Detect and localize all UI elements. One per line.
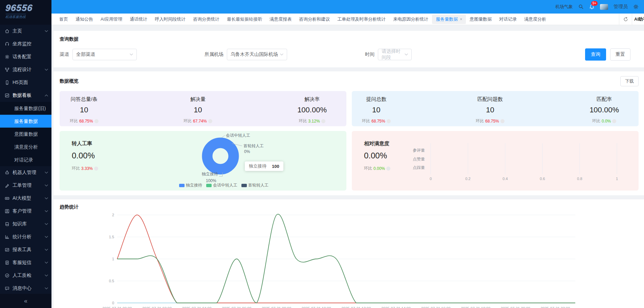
main-column: 机场气象 9+ 管理员 首页 通知公告 AI应用管理 通话统计 呼入时间段统计 …: [51, 0, 644, 308]
stat-qa-total: 问答总量/条 10 环比68.75%: [70, 96, 99, 122]
chevron-down-icon: [45, 197, 48, 199]
avatar[interactable]: [600, 4, 608, 10]
svg-text:2025-07-31 00:00: 2025-07-31 00:00: [103, 306, 132, 308]
svg-text:1.5: 1.5: [109, 235, 114, 239]
gear-icon: [5, 54, 9, 59]
mom-indicator-icon: [94, 119, 99, 123]
svg-text:点踩量: 点踩量: [413, 165, 425, 170]
svg-text:1: 1: [112, 257, 114, 261]
sidebar-item-message-center[interactable]: 消息中心: [0, 282, 51, 294]
legend-item[interactable]: 独立接待: [179, 182, 202, 188]
tab-call-reason[interactable]: 来电原因分析统计: [389, 15, 432, 24]
ai-assistant-button[interactable]: AI助手: [632, 14, 644, 25]
close-icon[interactable]: ×: [460, 17, 462, 22]
search-icon[interactable]: [578, 4, 584, 9]
mom-indicator-icon: [387, 119, 391, 123]
tab-call-stats[interactable]: 通话统计: [126, 15, 151, 24]
tab-ticket-timeliness[interactable]: 工单处理及时率分析统计: [334, 15, 389, 24]
query-title: 查询数据: [60, 36, 630, 42]
legend-item[interactable]: 会话中转人工: [206, 182, 237, 188]
tab-bar: 首页 通知公告 AI应用管理 通话统计 呼入时间段统计 咨询分类统计 最长最短振…: [51, 14, 644, 25]
airport-select[interactable]: 乌鲁木齐天山国际机场: [227, 49, 287, 60]
notifications-button[interactable]: 9+: [589, 4, 595, 9]
book-icon: [5, 222, 9, 226]
customer-icon: [5, 209, 9, 214]
legend-swatch: [206, 184, 212, 187]
sidebar-subitem-service-volume-old[interactable]: 服务量数据(旧): [0, 102, 51, 115]
sidebar-subitem-satisfaction-analysis[interactable]: 满意度分析: [0, 140, 51, 153]
svg-text:0.5: 0.5: [109, 279, 114, 283]
svg-text:独立接待: 独立接待: [201, 172, 218, 176]
legend-swatch: [179, 184, 185, 187]
weather-link[interactable]: 机场气象: [555, 4, 573, 10]
sidebar-collapse-button[interactable]: «: [0, 294, 51, 308]
settings-gear-icon[interactable]: [633, 4, 639, 9]
download-button[interactable]: 下载: [620, 76, 639, 86]
chevron-down-icon: [45, 30, 48, 32]
svg-text:2025-07-31 18:00: 2025-07-31 18:00: [461, 306, 490, 308]
sidebar-item-knowledge-base[interactable]: 知识库: [0, 218, 51, 230]
mom-indicator-icon: [612, 119, 616, 123]
tab-tools: AI助手: [619, 14, 644, 25]
tab-dialog-records[interactable]: 对话记录: [495, 15, 520, 24]
channel-label: 渠道: [60, 51, 69, 58]
sidebar-subitem-dialog-records[interactable]: 对话记录: [0, 153, 51, 166]
filter-row: 渠道 全部渠道 所属机场 乌鲁木齐天山国际机场 时间 请选择时间段 查询 重置: [60, 48, 630, 61]
flow-icon: [5, 67, 9, 72]
chevron-down-icon: [45, 274, 48, 277]
sidebar-subitem-service-volume[interactable]: 服务量数据: [0, 115, 51, 128]
tab-satisfaction-report[interactable]: 满意度报表: [266, 15, 295, 24]
tab-ai-app[interactable]: AI应用管理: [97, 15, 126, 24]
transfer-rate-card: 转人工率 0.00% 环比3.33% 会话中转人工首轮转人工0%独立接待100%…: [60, 131, 346, 191]
chevron-down-icon: [45, 249, 48, 251]
chevron-down-icon: [130, 53, 133, 56]
sidebar-item-ticket-mgmt[interactable]: 工单管理: [0, 179, 51, 192]
sidebar-item-flow-design[interactable]: 流程设计: [0, 63, 51, 76]
legend-item[interactable]: 首轮转人工: [241, 182, 269, 188]
sidebar-item-data-board[interactable]: 数据看板: [0, 89, 51, 102]
sidebar-subitem-intent-volume[interactable]: 意图量数据: [0, 128, 51, 140]
sidebar-item-ai-model[interactable]: AI大模型: [0, 192, 51, 205]
username[interactable]: 管理员: [614, 4, 628, 10]
sidebar-item-report-tools[interactable]: 报表工具: [0, 243, 51, 256]
svg-text:2025-07-31 14:00: 2025-07-31 14:00: [381, 306, 411, 308]
sidebar-item-call-config[interactable]: 话务配置: [0, 50, 51, 63]
match-stats-card: 提问总数 10 环比68.75% 匹配问题数 10 环比68.75% 匹配率 1…: [352, 91, 639, 126]
svg-text:2025-07-31 10:00: 2025-07-31 10:00: [302, 306, 331, 308]
refresh-icon[interactable]: [619, 14, 632, 25]
tab-consult-category[interactable]: 咨询分类统计: [189, 15, 223, 24]
sidebar-item-qc[interactable]: 人工质检: [0, 269, 51, 282]
svg-text:会话中转人工: 会话中转人工: [226, 133, 250, 138]
time-range-select[interactable]: 请选择时间段: [378, 49, 412, 60]
channel-select[interactable]: 全部渠道: [72, 49, 137, 60]
sidebar-item-home[interactable]: 主页: [0, 25, 51, 38]
sidebar-item-stats-analysis[interactable]: 统计分析: [0, 230, 51, 243]
tab-home[interactable]: 首页: [56, 15, 72, 24]
tab-satisfaction-analysis[interactable]: 满意度分析: [520, 15, 550, 24]
pen-icon: [5, 183, 9, 188]
tab-callin-period[interactable]: 呼入时间段统计: [151, 15, 189, 24]
sidebar-item-agent-monitor[interactable]: 坐席监控: [0, 38, 51, 50]
trend-line-chart: 00.511.522025-07-31 00:002025-07-31 02:0…: [102, 212, 583, 308]
legend-swatch: [241, 184, 247, 187]
tab-ring-answer[interactable]: 最长最短振铃接听: [223, 15, 266, 24]
tab-notice[interactable]: 通知公告: [72, 15, 97, 24]
svg-text:2025-07-31 22:00: 2025-07-31 22:00: [541, 306, 570, 308]
chevron-up-icon: [45, 94, 48, 96]
sidebar-submenu: 服务量数据(旧) 服务量数据 意图量数据 满意度分析 对话记录: [0, 102, 51, 166]
sidebar-item-h5-page[interactable]: H5页面: [0, 76, 51, 89]
chevron-down-icon: [45, 262, 48, 264]
tab-intent-volume[interactable]: 意图量数据: [466, 15, 495, 24]
chevron-down-icon: [45, 210, 48, 212]
chevron-down-icon: [45, 287, 48, 289]
tab-consult-advice[interactable]: 咨询分析和建议: [295, 15, 334, 24]
search-button[interactable]: 查询: [585, 48, 606, 61]
sidebar-item-customer-mgmt[interactable]: 客户管理: [0, 205, 51, 218]
reset-button[interactable]: 重置: [610, 48, 630, 61]
tab-service-volume[interactable]: 服务量数据×: [432, 15, 466, 24]
sidebar-item-robot-mgmt[interactable]: 机器人管理: [0, 166, 51, 179]
satisfaction-stat: 相对满意度 0.00% 环比0.00%: [364, 140, 390, 171]
mobile-icon: [5, 80, 9, 85]
sidebar-item-sms[interactable]: 客服短信: [0, 256, 51, 269]
mom-indicator-icon: [94, 167, 98, 171]
